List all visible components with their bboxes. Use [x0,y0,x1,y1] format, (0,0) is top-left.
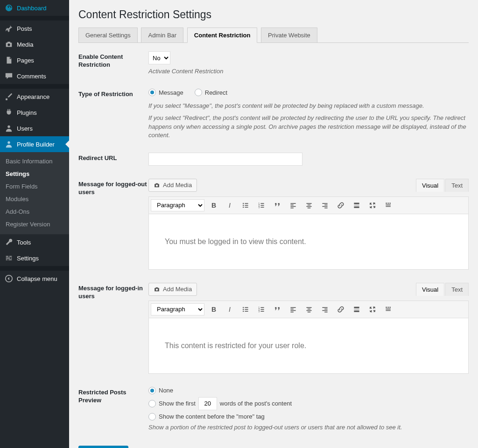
sidebar-item-appearance[interactable]: Appearance [0,89,69,105]
align-left-icon[interactable] [287,199,300,212]
toolbar-toggle-icon[interactable] [382,199,395,212]
submenu-settings[interactable]: Settings [0,168,69,180]
svg-rect-64 [389,307,390,308]
radio-redirect-label: Redirect [205,89,227,96]
svg-rect-60 [354,309,359,310]
link-icon[interactable] [334,199,347,212]
sidebar-item-media[interactable]: Media [0,36,69,52]
words-count-input[interactable] [198,397,217,410]
format-select[interactable]: Paragraph [151,303,204,315]
sidebar-item-plugins[interactable]: Plugins [0,105,69,120]
numbered-list-icon[interactable]: 123 [255,303,268,316]
enable-select[interactable]: No [148,51,170,64]
align-left-icon[interactable] [287,303,300,316]
fullscreen-icon[interactable] [366,303,379,316]
svg-rect-58 [324,312,327,313]
sidebar-item-pages[interactable]: Pages [0,52,69,68]
sidebar-label: Users [17,125,33,132]
bold-icon[interactable]: B [207,199,220,212]
svg-rect-12 [260,205,264,206]
radio-preview-more[interactable] [148,413,156,420]
sidebar-item-profile-builder[interactable]: Profile Builder [0,136,69,152]
sidebar-item-tools[interactable]: Tools [0,234,69,250]
bullet-list-icon[interactable] [239,303,252,316]
type-desc-1: If you select "Message", the post's cont… [148,102,469,110]
numbered-list-icon[interactable]: 123 [255,199,268,212]
svg-rect-51 [306,307,311,308]
tab-private-website[interactable]: Private Website [261,28,317,42]
collapse-icon [5,274,13,283]
page-title: Content Restriction Settings [78,8,469,21]
editor-text-tab[interactable]: Text [445,283,469,296]
editor-logged-out: Paragraph B I 123 You must [148,196,469,270]
svg-rect-54 [308,312,310,313]
type-desc-2: If you select "Redirect", the post's con… [148,114,469,140]
align-right-icon[interactable] [318,303,331,316]
sidebar-label: Plugins [17,109,37,116]
editor-text-tab[interactable]: Text [445,179,469,192]
fullscreen-icon[interactable] [366,199,379,212]
radio-preview-none[interactable] [148,387,156,394]
bullet-list-icon[interactable] [239,199,252,212]
radio-preview-none-label: None [159,387,173,394]
svg-rect-25 [322,206,327,207]
bold-icon[interactable]: B [207,303,220,316]
redirect-label: Redirect URL [78,153,148,166]
svg-rect-44 [260,309,264,310]
tab-general[interactable]: General Settings [78,28,138,42]
svg-rect-6 [245,205,248,206]
sidebar-label: Appearance [17,93,49,100]
italic-icon[interactable]: I [223,199,236,212]
editor-visual-tab[interactable]: Visual [416,179,444,192]
page-icon [5,56,13,64]
format-select[interactable]: Paragraph [151,199,204,211]
readmore-icon[interactable] [350,199,363,212]
add-media-button[interactable]: Add Media [148,179,197,192]
svg-rect-48 [290,308,293,309]
svg-rect-15 [290,203,295,204]
italic-icon[interactable]: I [223,303,236,316]
radio-message[interactable] [148,89,156,96]
quote-icon[interactable] [271,303,284,316]
sidebar-item-users[interactable]: Users [0,120,69,136]
svg-rect-26 [324,208,327,209]
submenu-basic-info[interactable]: Basic Information [0,155,69,168]
link-icon[interactable] [334,303,347,316]
align-center-icon[interactable] [302,303,316,316]
svg-text:3: 3 [259,206,260,209]
save-changes-button[interactable]: Save Changes [78,446,128,448]
sidebar-item-posts[interactable]: Posts [0,21,69,36]
sidebar-item-dashboard[interactable]: Dashboard [0,0,69,16]
radio-redirect[interactable] [195,89,202,96]
editor-visual-tab[interactable]: Visual [416,283,444,296]
quote-icon[interactable] [271,199,284,212]
redirect-url-input[interactable] [148,153,302,166]
submenu-register-version[interactable]: Register Version [0,218,69,231]
svg-rect-50 [290,312,293,313]
camera-icon [5,40,13,49]
align-right-icon[interactable] [318,199,331,212]
submenu-modules[interactable]: Modules [0,193,69,205]
sidebar-item-comments[interactable]: Comments [0,68,69,84]
toolbar-toggle-icon[interactable] [382,303,395,316]
submenu-form-fields[interactable]: Form Fields [0,180,69,193]
svg-point-5 [243,205,244,206]
radio-preview-more-label: Show the content before the "more" tag [159,413,265,420]
sidebar-label: Profile Builder [17,141,55,148]
svg-point-0 [7,126,10,128]
svg-rect-28 [354,205,359,206]
svg-rect-46 [260,311,264,312]
svg-text:3: 3 [259,310,260,313]
editor-content-out[interactable]: You must be logged in to view this conte… [149,214,468,269]
tab-content-restriction[interactable]: Content Restriction [187,28,258,43]
submenu-add-ons[interactable]: Add-Ons [0,205,69,218]
sidebar-item-settings[interactable]: Settings [0,250,69,266]
editor-content-in[interactable]: This content is restricted for your user… [149,318,468,373]
radio-preview-words[interactable] [148,400,156,407]
readmore-icon[interactable] [350,303,363,316]
align-center-icon[interactable] [302,199,316,212]
sidebar-collapse[interactable]: Collapse menu [0,271,69,287]
tab-admin-bar[interactable]: Admin Bar [141,28,183,42]
add-media-button[interactable]: Add Media [148,283,197,296]
svg-rect-20 [308,204,310,205]
